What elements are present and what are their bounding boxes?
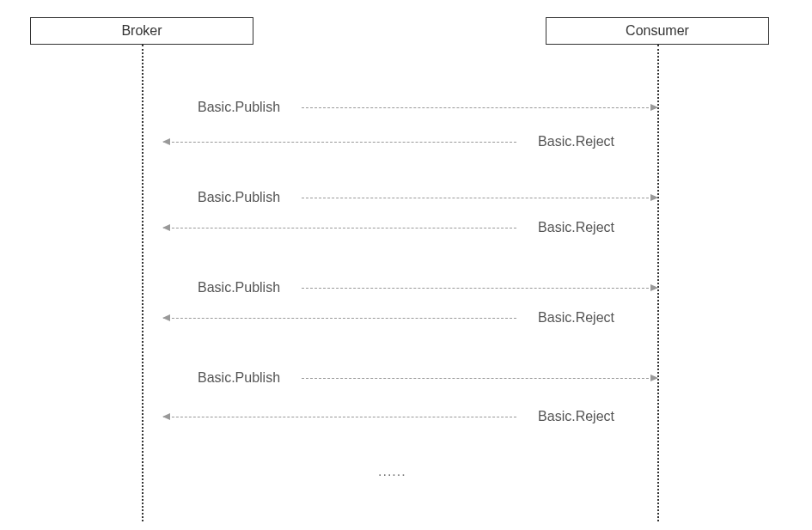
message-label: Basic.Publish [198,100,280,115]
arrow-line-right [302,198,657,198]
participant-consumer: Consumer [546,17,769,45]
arrow-line-left [163,318,516,319]
ellipsis-text: ...... [378,464,406,479]
arrow-line-left [163,417,516,417]
arrow-left-icon [162,224,170,231]
message-reject: Basic.Reject [142,404,657,429]
message-label: Basic.Reject [538,220,614,235]
arrow-right-icon [650,284,658,291]
message-reject: Basic.Reject [142,305,657,331]
arrow-line-right [302,378,657,379]
message-reject: Basic.Reject [142,129,657,155]
message-label: Basic.Reject [538,409,614,424]
message-label: Basic.Publish [198,190,280,205]
message-reject: Basic.Reject [142,215,657,241]
arrow-left-icon [162,413,170,420]
message-publish: Basic.Publish [142,275,657,301]
message-publish: Basic.Publish [142,365,657,391]
arrow-right-icon [650,194,658,201]
participant-broker: Broker [30,17,253,45]
participant-broker-label: Broker [121,23,162,38]
arrow-left-icon [162,314,170,321]
message-publish: Basic.Publish [142,185,657,210]
message-label: Basic.Publish [198,370,280,386]
lifeline-consumer [657,45,659,521]
arrow-right-icon [650,104,658,111]
arrow-line-right [302,107,657,108]
participant-consumer-label: Consumer [626,23,689,38]
message-label: Basic.Reject [538,310,614,326]
arrow-line-left [163,228,516,228]
message-label: Basic.Reject [538,134,614,149]
arrow-left-icon [162,138,170,145]
arrow-line-right [302,288,657,289]
arrow-line-left [163,142,516,143]
message-publish: Basic.Publish [142,94,657,120]
sequence-diagram: Broker Consumer Basic.PublishBasic.Rejec… [0,0,812,530]
message-label: Basic.Publish [198,280,280,295]
arrow-right-icon [650,375,658,381]
